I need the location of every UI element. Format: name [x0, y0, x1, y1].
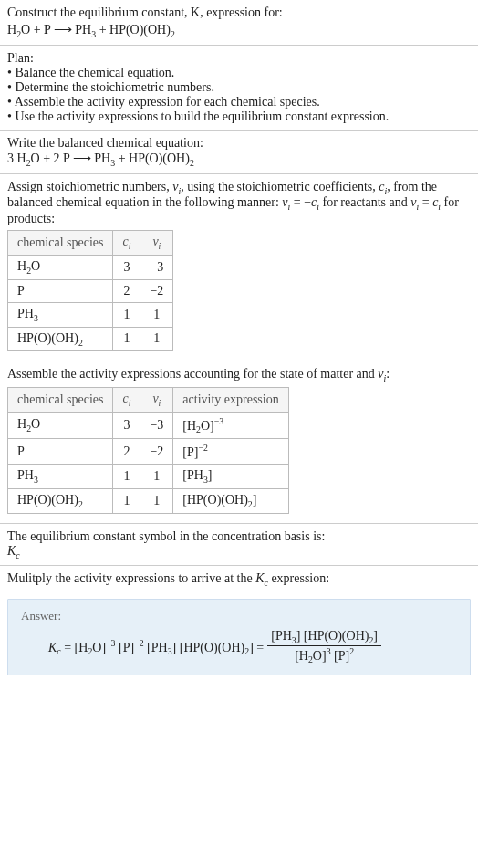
- table-row: HP(O)(OH)2 1 1: [8, 327, 173, 351]
- nu-cell: −3: [140, 255, 173, 279]
- text: [PH: [182, 468, 203, 482]
- nu-cell: 1: [140, 488, 173, 513]
- text: O: [31, 417, 40, 431]
- symbol-text: The equilibrium constant symbol in the c…: [7, 529, 471, 544]
- table-row: H2O 3 −3 [H2O]−3: [8, 412, 289, 438]
- arrow-icon: ⟶: [73, 151, 91, 165]
- plan-bullet: • Determine the stoichiometric numbers.: [7, 80, 471, 95]
- superscript: −3: [214, 416, 223, 426]
- assign-paragraph: Assign stoichiometric numbers, νi, using…: [7, 180, 471, 227]
- text: O]: [201, 419, 214, 433]
- answer-fraction: [PH3] [HP(O)(OH)2] [H2O]3 [P]2: [267, 629, 381, 664]
- eq-part: PH: [72, 23, 91, 37]
- text: ] [HP(O)(OH): [296, 629, 369, 643]
- text: HP(O)(OH): [17, 331, 78, 345]
- subscript: i: [129, 241, 131, 251]
- text: PH: [17, 468, 34, 482]
- activity-cell: [PH3]: [173, 465, 288, 489]
- subscript: 3: [34, 313, 38, 323]
- prompt-title-text: Construct the equilibrium constant, K, e…: [7, 5, 283, 19]
- plan-bullet: • Balance the chemical equation.: [7, 66, 471, 80]
- text: HP(O)(OH): [17, 493, 78, 507]
- text: O: [31, 259, 40, 273]
- plan-section: Plan: • Balance the chemical equation. •…: [0, 46, 478, 131]
- table-header-row: chemical species ci νi: [8, 231, 173, 256]
- arrow-icon: ⟶: [54, 22, 72, 37]
- activity-cell: [HP(O)(OH)2]: [173, 488, 288, 513]
- col-c: ci: [113, 388, 140, 413]
- c-cell: 1: [113, 488, 140, 513]
- stoich-table: chemical species ci νi H2O 3 −3 P 2 −2 P…: [7, 230, 173, 351]
- text: [HP(O)(OH): [176, 640, 244, 654]
- table-header-row: chemical species ci νi activity expressi…: [8, 388, 289, 413]
- species-cell: HP(O)(OH)2: [8, 488, 113, 513]
- multiply-section: Mulitply the activity expressions to arr…: [0, 566, 478, 593]
- answer-equation: Kc = [H2O]−3 [P]−2 [PH3] [HP(O)(OH)2] = …: [21, 629, 457, 664]
- answer-label: Answer:: [21, 609, 457, 623]
- subscript: 2: [78, 499, 83, 509]
- symbol-kc: Kc: [7, 544, 471, 560]
- text: ]: [253, 493, 257, 507]
- text: ]: [208, 468, 213, 482]
- text: = −: [290, 195, 311, 209]
- subscript: 2: [190, 158, 194, 168]
- prompt-section: Construct the equilibrium constant, K, e…: [0, 0, 478, 46]
- eq-part: + HP(O)(OH): [115, 152, 190, 165]
- text: [H: [75, 640, 88, 654]
- text: [P]: [116, 640, 135, 654]
- fraction-numerator: [PH3] [HP(O)(OH)2]: [267, 629, 381, 646]
- fraction-denominator: [H2O]3 [P]2: [291, 646, 358, 664]
- subscript: 2: [171, 29, 175, 39]
- text: [H: [182, 419, 196, 433]
- activity-cell: [P]−2: [173, 439, 288, 465]
- text: :: [386, 367, 390, 381]
- text: PH: [17, 307, 34, 320]
- nu-cell: −2: [140, 279, 173, 302]
- eq-part: + HP(O)(OH): [96, 23, 171, 37]
- eq-part: O + 2 P: [31, 152, 73, 165]
- c-cell: 3: [113, 412, 140, 438]
- text: for reactants and: [319, 195, 410, 209]
- prompt-title: Construct the equilibrium constant, K, e…: [7, 5, 471, 20]
- superscript: −2: [198, 443, 207, 453]
- subscript: i: [129, 398, 131, 408]
- text: [PH: [271, 629, 292, 643]
- text: [P]: [331, 649, 350, 663]
- col-nu: νi: [140, 388, 173, 413]
- plan-bullet: • Use the activity expressions to build …: [7, 110, 471, 124]
- c-cell: 1: [113, 465, 140, 489]
- table-row: H2O 3 −3: [8, 255, 173, 279]
- species-cell: H2O: [8, 412, 113, 438]
- text: , using the stoichiometric coefficients,: [181, 180, 379, 193]
- species-cell: P: [8, 439, 113, 465]
- superscript: −2: [134, 638, 143, 648]
- var-k: K: [7, 544, 16, 558]
- species-cell: P: [8, 279, 113, 302]
- plan-bullet: • Assemble the activity expression for e…: [7, 95, 471, 110]
- text: [PH: [144, 640, 168, 654]
- c-cell: 3: [113, 255, 140, 279]
- col-species: chemical species: [8, 388, 113, 413]
- text: H: [17, 417, 26, 431]
- text: expression:: [268, 571, 329, 585]
- text: H: [17, 259, 26, 273]
- kc-lhs: Kc = [H2O]−3 [P]−2 [PH3] [HP(O)(OH)2] =: [48, 638, 264, 656]
- col-activity: activity expression: [173, 388, 288, 413]
- text: P: [17, 284, 25, 298]
- balanced-section: Write the balanced chemical equation: 3 …: [0, 131, 478, 174]
- text: [HP(O)(OH): [182, 493, 248, 507]
- text: Assemble the activity expressions accoun…: [7, 367, 378, 381]
- text: [P]: [182, 445, 198, 459]
- assemble-paragraph: Assemble the activity expressions accoun…: [7, 367, 471, 383]
- answer-box: Answer: Kc = [H2O]−3 [P]−2 [PH3] [HP(O)(…: [7, 599, 471, 675]
- balanced-title: Write the balanced chemical equation:: [7, 136, 471, 151]
- nu-cell: 1: [140, 327, 173, 351]
- c-cell: 1: [113, 327, 140, 351]
- nu-cell: −3: [140, 412, 173, 438]
- species-cell: PH3: [8, 465, 113, 489]
- text: Assign stoichiometric numbers,: [7, 180, 172, 193]
- eq-part: PH: [91, 152, 110, 165]
- text: [H: [295, 649, 308, 663]
- assign-section: Assign stoichiometric numbers, νi, using…: [0, 174, 478, 362]
- plan-title: Plan:: [7, 51, 471, 66]
